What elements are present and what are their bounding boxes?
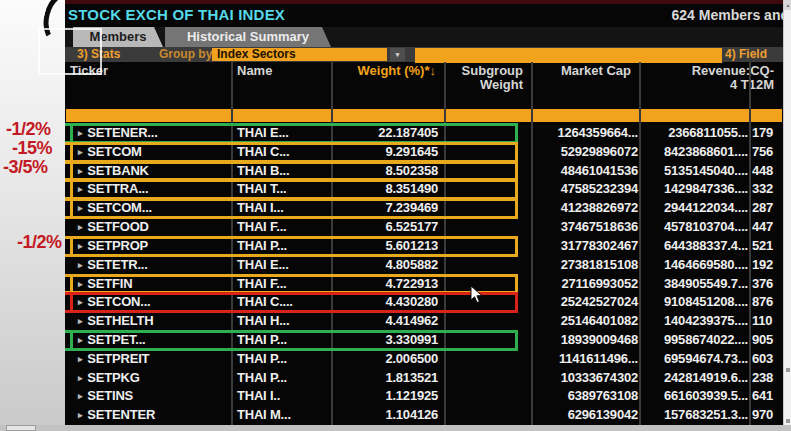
cell-extra[interactable]: 970 [752, 406, 783, 425]
cell-market-cap[interactable]: 1141611496... [532, 350, 638, 369]
table-row[interactable]: ▸SETHELTHTHAI H...4.41496225146401082140… [65, 312, 783, 331]
cell-revenue[interactable]: 1404239375.... [640, 312, 748, 331]
cell-extra[interactable]: 641 [752, 387, 783, 406]
cell-weight[interactable]: 1.104126 [332, 406, 438, 425]
cell-market-cap[interactable]: 27116993052 [532, 275, 638, 294]
cell-weight[interactable]: 4.414962 [332, 312, 438, 331]
table-row[interactable]: ▸SETPREITTHAI P...2.0065001141611496...6… [65, 350, 783, 369]
cell-revenue[interactable]: 644388337.4... [640, 237, 748, 256]
cell-ticker[interactable]: ▸SETETR... [78, 256, 228, 275]
cell-revenue[interactable]: 5135145040.... [640, 162, 748, 181]
cell-name[interactable]: THAI I.. [237, 387, 329, 406]
cell-revenue[interactable]: 242814919.6... [640, 369, 748, 388]
cell-revenue[interactable]: 1464669580.... [640, 256, 748, 275]
cell-ticker[interactable]: ▸SETENTER [78, 406, 228, 425]
cell-revenue[interactable]: 4578103704.... [640, 218, 748, 237]
group-row-segment[interactable] [751, 109, 782, 122]
group-row-segment[interactable] [641, 109, 749, 122]
group-by-dropdown[interactable]: Index Sectors [212, 48, 387, 61]
cell-revenue[interactable]: 8423868601.... [640, 143, 748, 162]
cell-market-cap[interactable]: 6389763108 [532, 387, 638, 406]
table-row[interactable]: ▸SETFOODTHAI F...6.525177374675186364578… [65, 218, 783, 237]
column-header-weight-[interactable]: Weight (%)*↓ [332, 64, 436, 78]
vertical-scrollbar[interactable]: ▲ [783, 0, 791, 425]
cell-name[interactable]: THAI M... [237, 406, 329, 425]
scrollbar-up-icon[interactable]: ▲ [784, 0, 791, 10]
cell-extra[interactable]: 905 [752, 331, 783, 350]
table-row[interactable]: ▸SETENTERTHAI M...1.10412662961390421576… [65, 406, 783, 425]
cell-ticker[interactable]: ▸SETINS [78, 387, 228, 406]
cell-weight[interactable]: 6.525177 [332, 218, 438, 237]
cell-weight[interactable]: 1.813521 [332, 369, 438, 388]
column-header-name[interactable]: Name [237, 64, 328, 78]
cell-extra[interactable]: 179 [752, 124, 783, 143]
cell-extra[interactable]: 376 [752, 275, 783, 294]
cell-revenue[interactable]: 9958674022.... [640, 331, 748, 350]
cell-extra[interactable]: 448 [752, 162, 783, 181]
cell-revenue[interactable]: 157683251.3... [640, 406, 748, 425]
cell-revenue[interactable]: 1429847336.... [640, 180, 748, 199]
cell-weight[interactable]: 4.805882 [332, 256, 438, 275]
cell-extra[interactable]: 287 [752, 199, 783, 218]
cell-ticker[interactable]: ▸SETPREIT [78, 350, 228, 369]
cell-name[interactable]: THAI P... [237, 369, 329, 388]
cell-revenue[interactable]: 661603939.5... [640, 387, 748, 406]
cell-extra[interactable]: 876 [752, 293, 783, 312]
cell-name[interactable]: THAI F... [237, 218, 329, 237]
table-row[interactable]: ▸SETINSTHAI I..1.12192563897631086616039… [65, 387, 783, 406]
group-row-segment[interactable] [333, 109, 444, 122]
cell-revenue[interactable]: 2366811055... [640, 124, 748, 143]
group-row-segment[interactable] [446, 109, 531, 122]
cell-weight[interactable]: 2.006500 [332, 350, 438, 369]
cell-extra[interactable]: 192 [752, 256, 783, 275]
cell-weight[interactable]: 1.121925 [332, 387, 438, 406]
cell-extra[interactable]: 756 [752, 143, 783, 162]
table-row[interactable]: ▸SETPKGTHAI P...1.8135211033367430224281… [65, 369, 783, 388]
cell-market-cap[interactable]: 31778302467 [532, 237, 638, 256]
cell-ticker[interactable]: ▸SETFOOD [78, 218, 228, 237]
row-expand-icon[interactable]: ▸ [78, 354, 82, 364]
row-expand-icon[interactable]: ▸ [78, 316, 82, 326]
cell-market-cap[interactable]: 47585232394 [532, 180, 638, 199]
cell-ticker[interactable]: ▸SETHELTH [78, 312, 228, 331]
cell-name[interactable]: THAI H... [237, 312, 329, 331]
cell-extra[interactable]: 521 [752, 237, 783, 256]
cell-market-cap[interactable]: 6296139042 [532, 406, 638, 425]
row-expand-icon[interactable]: ▸ [78, 391, 82, 401]
cell-extra[interactable]: 603 [752, 350, 783, 369]
cell-ticker[interactable]: ▸SETPKG [78, 369, 228, 388]
toolbar-input[interactable] [415, 48, 722, 63]
group-row-segment[interactable] [233, 109, 331, 122]
cell-market-cap[interactable]: 25146401082 [532, 312, 638, 331]
cell-market-cap[interactable]: 18939009468 [532, 331, 638, 350]
cell-revenue[interactable]: 69594674.73... [640, 350, 748, 369]
group-row-segment[interactable] [66, 109, 231, 122]
cell-name[interactable]: THAI P... [237, 350, 329, 369]
column-header-market-cap[interactable]: Market Cap [532, 64, 631, 78]
cell-extra[interactable]: 238 [752, 369, 783, 388]
fields-button[interactable]: 4) Field [725, 47, 767, 62]
cell-name[interactable]: THAI E... [237, 256, 329, 275]
chevron-down-icon[interactable]: ▾ [390, 48, 405, 61]
row-expand-icon[interactable]: ▸ [78, 373, 82, 383]
cell-market-cap[interactable]: 41238826972 [532, 199, 638, 218]
cell-revenue[interactable]: 9108451208.... [640, 293, 748, 312]
cell-extra[interactable]: 110 [752, 312, 783, 331]
row-expand-icon[interactable]: ▸ [78, 260, 82, 270]
cell-revenue[interactable]: 384905549.7... [640, 275, 748, 294]
cell-extra[interactable]: 332 [752, 180, 783, 199]
cell-market-cap[interactable]: 10333674302 [532, 369, 638, 388]
column-header-subgroup[interactable]: Subgroup Weight [445, 64, 523, 92]
cell-market-cap[interactable]: 25242527024 [532, 293, 638, 312]
cell-market-cap[interactable]: 27381815108 [532, 256, 638, 275]
row-expand-icon[interactable]: ▸ [78, 410, 82, 420]
column-header-revenue-cq-[interactable]: Revenue:CQ- 4 T12M [640, 64, 774, 92]
cell-market-cap[interactable]: 1264359664... [532, 124, 638, 143]
cell-revenue[interactable]: 2944122034.... [640, 199, 748, 218]
cell-extra[interactable]: 447 [752, 218, 783, 237]
cell-market-cap[interactable]: 48461041536 [532, 162, 638, 181]
group-row-segment[interactable] [533, 109, 639, 122]
tab-historical-summary[interactable]: Historical Summary [165, 27, 331, 47]
cell-market-cap[interactable]: 37467518636 [532, 218, 638, 237]
row-expand-icon[interactable]: ▸ [78, 222, 82, 232]
